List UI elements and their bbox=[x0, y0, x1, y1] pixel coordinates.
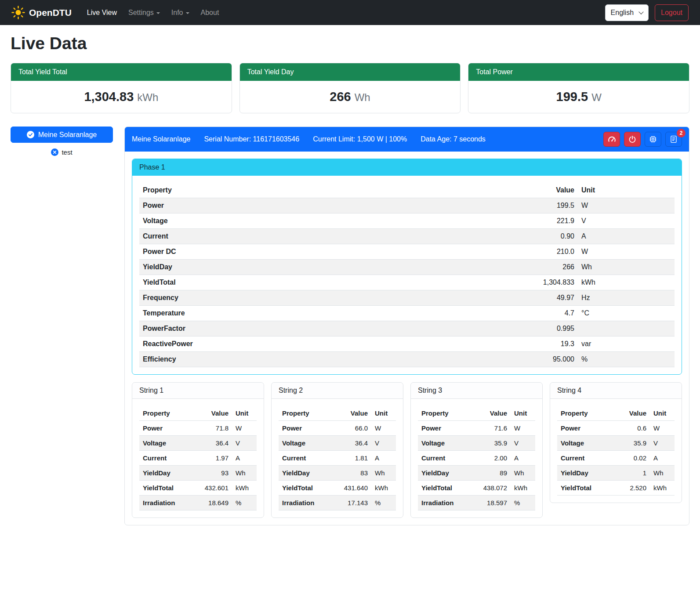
brand[interactable]: OpenDTU bbox=[11, 6, 72, 19]
summary-card-total-power: Total Power 199.5W bbox=[468, 63, 689, 113]
event-log-button[interactable]: 2 bbox=[665, 132, 682, 147]
value-cell: 438.072 bbox=[480, 481, 511, 496]
nav-item-settings[interactable]: Settings bbox=[123, 5, 166, 20]
table-row: Irradiation 18.597 % bbox=[418, 496, 535, 510]
string-table: Property Value Unit Power bbox=[139, 406, 257, 510]
unit-cell: Wh bbox=[511, 466, 535, 481]
unit-cell: V bbox=[511, 436, 535, 451]
table-row: Current 1.81 A bbox=[279, 451, 396, 466]
property-cell: YieldTotal bbox=[279, 481, 341, 496]
string-card-body: Property Value Unit Power bbox=[550, 399, 682, 503]
value-cell: 0.995 bbox=[516, 321, 578, 336]
phase-table: Property Value Unit Power 199.5 bbox=[139, 183, 675, 367]
logout-button[interactable]: Logout bbox=[655, 4, 689, 21]
navbar-actions: English Logout bbox=[605, 4, 689, 21]
string-card-3: String 3 Property Value Unit bbox=[410, 382, 543, 518]
property-cell: Voltage bbox=[139, 436, 201, 451]
summary-card-body: 199.5W bbox=[468, 81, 689, 113]
string-card-body: Property Value Unit Power bbox=[132, 399, 264, 517]
property-cell: Current bbox=[279, 451, 341, 466]
summary-card-unit: Wh bbox=[355, 91, 370, 103]
table-row: YieldTotal 432.601 kWh bbox=[139, 481, 257, 496]
phase-card-title: Phase 1 bbox=[132, 159, 682, 176]
sidebar-item-test-label: test bbox=[62, 148, 72, 156]
gauge-icon bbox=[608, 135, 616, 144]
phase-card: Phase 1 Property Value Unit bbox=[132, 159, 682, 375]
inverter-limit: Current Limit: 1,500 W | 100% bbox=[313, 135, 407, 143]
event-count-badge: 2 bbox=[677, 129, 685, 137]
inverter-card-body: Phase 1 Property Value Unit bbox=[125, 152, 689, 525]
property-cell: YieldDay bbox=[557, 466, 622, 481]
property-cell: YieldDay bbox=[279, 466, 341, 481]
table-header-row: Property Value Unit bbox=[418, 406, 535, 421]
value-cell: 0.90 bbox=[516, 229, 578, 244]
nav-item-live-view[interactable]: Live View bbox=[81, 5, 123, 20]
property-cell: Current bbox=[139, 229, 516, 244]
language-select[interactable]: English bbox=[605, 4, 649, 21]
table-row: YieldTotal 431.640 kWh bbox=[279, 481, 396, 496]
nav-item-label: Live View bbox=[87, 9, 117, 17]
column-header-value: Value bbox=[622, 406, 650, 421]
unit-cell: W bbox=[232, 421, 257, 436]
summary-card-unit: kWh bbox=[137, 91, 158, 103]
property-cell: YieldDay bbox=[139, 466, 201, 481]
unit-cell: var bbox=[578, 336, 675, 352]
table-row: YieldTotal 2.520 kWh bbox=[557, 481, 675, 496]
nav-item-info[interactable]: Info bbox=[166, 5, 195, 20]
power-button[interactable] bbox=[624, 132, 641, 147]
table-row: Power 71.6 W bbox=[418, 421, 535, 436]
x-circle-icon bbox=[51, 148, 58, 156]
unit-cell: % bbox=[371, 496, 396, 510]
value-cell: 49.97 bbox=[516, 290, 578, 306]
property-cell: Current bbox=[418, 451, 480, 466]
inverter-serial: Serial Number: 116171603546 bbox=[204, 135, 299, 143]
property-cell: ReactivePower bbox=[139, 336, 516, 352]
string-card-2: String 2 Property Value Unit bbox=[271, 382, 403, 518]
brand-label: OpenDTU bbox=[29, 7, 72, 18]
value-cell: 35.9 bbox=[480, 436, 511, 451]
value-cell: 36.4 bbox=[201, 436, 232, 451]
column-header-property: Property bbox=[139, 406, 201, 421]
value-cell: 19.3 bbox=[516, 336, 578, 352]
summary-card-total-yield-total: Total Yield Total 1,304.83kWh bbox=[11, 63, 232, 113]
unit-cell bbox=[578, 321, 675, 336]
column-header-value: Value bbox=[480, 406, 511, 421]
property-cell: YieldDay bbox=[139, 260, 516, 275]
table-header-row: Property Value Unit bbox=[139, 183, 675, 198]
column-header-property: Property bbox=[139, 183, 516, 198]
inverter-select-button[interactable]: Meine Solaranlage bbox=[11, 127, 113, 143]
unit-cell: Hz bbox=[578, 290, 675, 306]
table-row: YieldDay 266 Wh bbox=[139, 260, 675, 275]
unit-cell: W bbox=[511, 421, 535, 436]
table-row: Power 66.0 W bbox=[279, 421, 396, 436]
inverter-card-header: Meine Solaranlage Serial Number: 1161716… bbox=[125, 127, 689, 152]
sidebar-item-test[interactable]: test bbox=[11, 148, 113, 156]
unit-cell: °C bbox=[578, 306, 675, 321]
limit-settings-button[interactable] bbox=[603, 132, 620, 147]
value-cell: 66.0 bbox=[341, 421, 371, 436]
unit-cell: % bbox=[578, 352, 675, 367]
unit-cell: kWh bbox=[371, 481, 396, 496]
unit-cell: % bbox=[232, 496, 257, 510]
value-cell: 93 bbox=[201, 466, 232, 481]
string-card-title: String 3 bbox=[411, 383, 542, 399]
summary-card-title: Total Power bbox=[468, 63, 689, 81]
nav-item-about[interactable]: About bbox=[195, 5, 225, 20]
unit-cell: Wh bbox=[232, 466, 257, 481]
unit-cell: kWh bbox=[650, 481, 675, 496]
table-row: Irradiation 18.649 % bbox=[139, 496, 257, 510]
value-cell: 89 bbox=[480, 466, 511, 481]
table-row: Voltage 35.9 V bbox=[557, 436, 675, 451]
unit-cell: A bbox=[371, 451, 396, 466]
value-cell: 266 bbox=[516, 260, 578, 275]
unit-cell: V bbox=[578, 213, 675, 229]
table-row: YieldTotal 438.072 kWh bbox=[418, 481, 535, 496]
property-cell: Power bbox=[139, 198, 516, 213]
device-info-button[interactable] bbox=[645, 132, 661, 147]
column-header-unit: Unit bbox=[371, 406, 396, 421]
column-header-unit: Unit bbox=[650, 406, 675, 421]
property-cell: Power bbox=[139, 421, 201, 436]
unit-cell: kWh bbox=[578, 275, 675, 290]
chevron-down-icon bbox=[156, 12, 160, 14]
value-cell: 0.6 bbox=[622, 421, 650, 436]
